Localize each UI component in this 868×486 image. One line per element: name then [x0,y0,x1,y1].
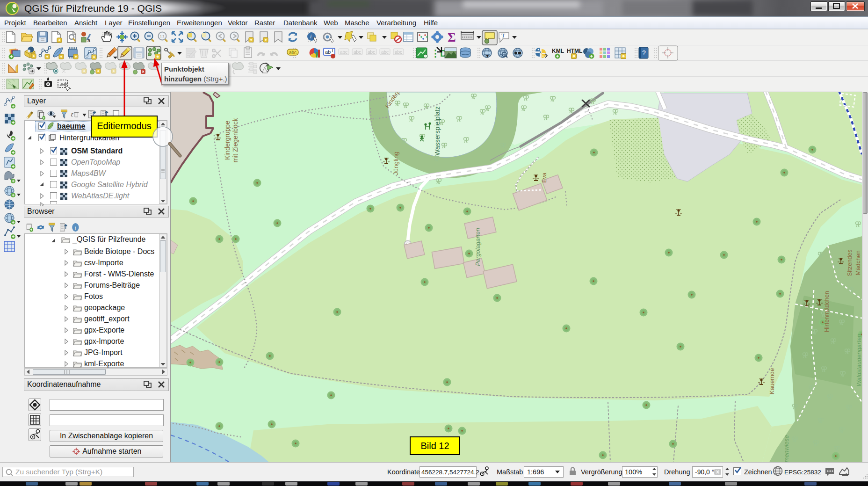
svg-text:KML: KML [552,48,564,54]
svg-text:i: i [310,33,311,40]
svg-text:i: i [75,225,76,231]
svg-text:Eva: Eva [541,173,548,183]
svg-text:Sitzendes: Sitzendes [846,249,853,276]
svg-text:Waldstaudengarten: Waldstaudengarten [855,334,862,387]
svg-text:Jüngling: Jüngling [392,152,399,175]
svg-text:Mädchen: Mädchen [854,250,861,275]
svg-text:abc: abc [354,50,361,55]
svg-text:HTML: HTML [567,48,582,54]
svg-text:T: T [501,32,505,39]
svg-text:Hirtenmädchen: Hirtenmädchen [823,291,830,332]
svg-text:?: ? [642,49,646,57]
svg-text:mit Ziegenböck: mit Ziegenböck [231,118,239,163]
svg-text:Σ: Σ [448,30,456,44]
svg-text:ab: ab [325,49,331,55]
svg-text:abc: abc [395,50,402,55]
svg-text:abc: abc [381,50,389,55]
svg-text:ε: ε [71,110,73,118]
svg-text:Kindergruppe: Kindergruppe [224,121,231,160]
svg-text:a: a [87,37,91,43]
svg-text:abc: abc [340,50,347,55]
svg-text:Pergolagarten: Pergolagarten [474,228,481,266]
svg-text:abc: abc [289,50,297,55]
svg-text:hlingsblumenwiese: hlingsblumenwiese [783,435,790,462]
svg-text:Kauernde: Kauernde [768,368,775,394]
svg-text:1:1: 1:1 [160,35,165,38]
svg-text:abc: abc [368,50,375,55]
svg-text:Wasserspielplatz: Wasserspielplatz [434,106,441,155]
